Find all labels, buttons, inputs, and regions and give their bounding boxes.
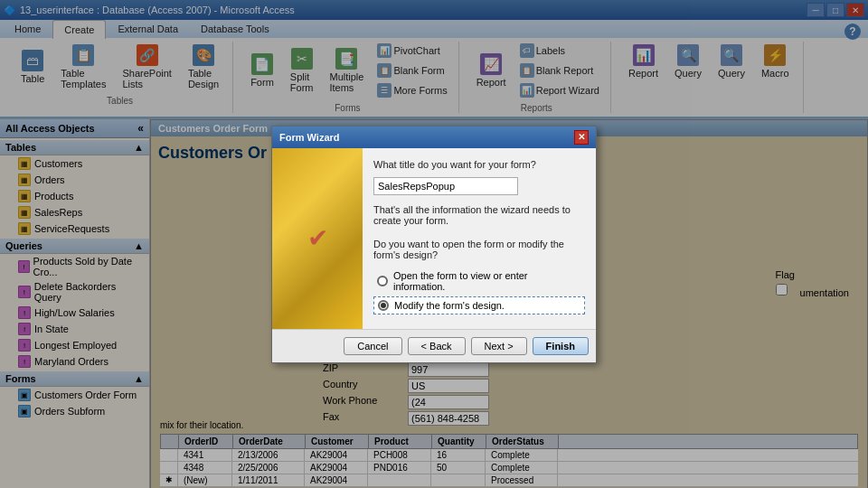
- radio-open-icon: [377, 276, 388, 286]
- finish-button[interactable]: Finish: [533, 337, 589, 355]
- radio-open-label: Open the form to view or enter informati…: [393, 270, 581, 292]
- next-button[interactable]: Next >: [471, 337, 527, 355]
- back-button[interactable]: < Back: [408, 337, 466, 355]
- form-wizard-dialog: Form Wizard ✕ ✔ What title do you want f…: [271, 126, 597, 363]
- wizard-check-icon: ✔: [307, 223, 328, 253]
- main-area: All Access Objects « Tables ▲ ▦ Customer…: [0, 119, 868, 488]
- content-area: Customers Order Form Customers Or ▶ Cust…: [150, 119, 868, 488]
- radio-modify-label: Modify the form's design.: [394, 300, 505, 311]
- dialog-info-text: That's all the information the wizard ne…: [373, 204, 585, 226]
- radio-open-form[interactable]: Open the form to view or enter informati…: [373, 267, 585, 295]
- dialog-title-question: What title do you want for your form?: [373, 159, 585, 170]
- dialog-choice-question: Do you want to open the form or modify t…: [373, 239, 585, 260]
- form-title-input[interactable]: [373, 177, 518, 195]
- dialog-body: ✔ What title do you want for your form? …: [272, 148, 596, 329]
- radio-modify-icon: [378, 300, 389, 311]
- dialog-radio-group: Open the form to view or enter informati…: [373, 267, 585, 314]
- radio-modify-design[interactable]: Modify the form's design.: [373, 296, 585, 314]
- dialog-title-text: Form Wizard: [279, 132, 340, 143]
- cancel-button[interactable]: Cancel: [344, 337, 401, 355]
- dialog-image: ✔: [272, 148, 363, 329]
- dialog-title-bar: Form Wizard ✕: [272, 127, 596, 148]
- dialog-buttons: Cancel < Back Next > Finish: [272, 329, 596, 362]
- dialog-close-button[interactable]: ✕: [574, 130, 589, 145]
- dialog-content: What title do you want for your form? Th…: [363, 148, 596, 329]
- dialog-overlay: Form Wizard ✕ ✔ What title do you want f…: [150, 119, 868, 488]
